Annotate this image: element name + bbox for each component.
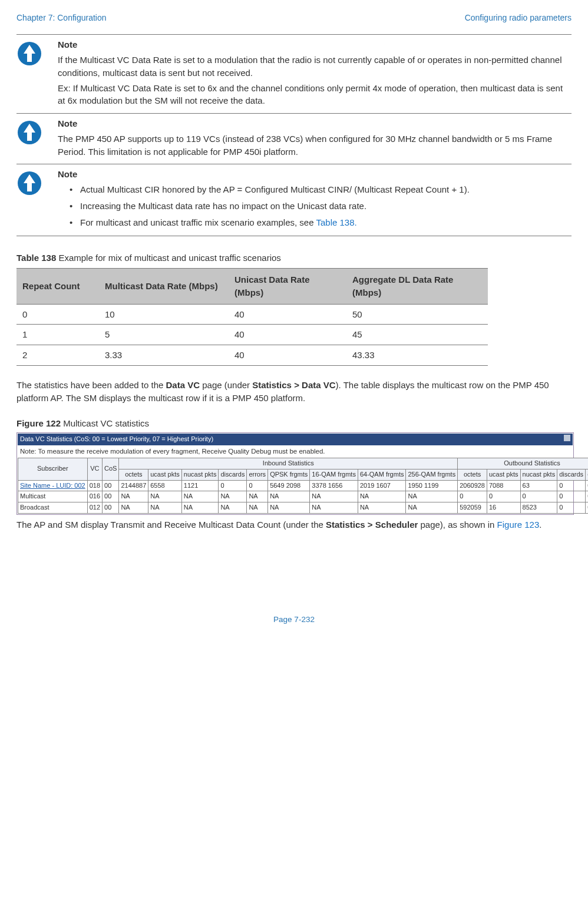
notes-block: Note If the Multicast VC Data Rate is se… — [16, 34, 572, 236]
cell: 43.33 — [346, 345, 488, 366]
note-icon-cell — [16, 168, 58, 232]
note-title: Note — [58, 39, 77, 49]
cell: NA — [406, 491, 458, 502]
th: 64-QAM frgmts — [358, 469, 406, 480]
cell: 3378 1656 — [310, 480, 358, 491]
note-text: If the Multicast VC Data Rate is set to … — [58, 54, 567, 80]
cell: 7088 — [487, 480, 520, 491]
bullet-item: Increasing the Multicast data rate has n… — [70, 200, 567, 213]
figure-122-caption: Figure 122 Multicast VC statistics — [16, 417, 572, 430]
cell: NA — [268, 502, 310, 514]
cell: 00 — [103, 502, 119, 514]
cell: 50 — [346, 304, 488, 325]
panel-title-bar: Data VC Statistics (CoS: 00 = Lowest Pri… — [18, 434, 573, 445]
text-bold: Statistics > Scheduler — [326, 520, 418, 530]
cell: 16 — [487, 502, 520, 514]
th: nucast pkts — [520, 469, 557, 480]
th: octets — [458, 469, 487, 480]
cell: NA — [219, 491, 247, 502]
cell: 5649 2098 — [268, 480, 310, 491]
th: 256-QAM frgmts — [406, 469, 458, 480]
text: The statistics have been added to the — [16, 380, 166, 390]
cell: 0 — [16, 304, 99, 325]
subscriber-cell: Broadcast — [18, 502, 88, 514]
cell: 0 — [219, 480, 247, 491]
table-138: Repeat Count Multicast Data Rate (Mbps) … — [16, 268, 488, 366]
cell: 1 — [16, 325, 99, 345]
subscriber-link[interactable]: Site Name - LUID: 002 — [20, 482, 85, 489]
cell: 10 — [99, 304, 229, 325]
table-header: Unicast Data Rate (Mbps) — [229, 269, 346, 305]
table-row: Broadcast01200NANANANANANANANANA59205916… — [18, 502, 589, 514]
cell: 00 — [103, 491, 119, 502]
text: page), as shown in — [418, 520, 497, 530]
panel-title: Data VC Statistics (CoS: 00 = Lowest Pri… — [20, 435, 213, 444]
cell: 2060928 — [458, 480, 487, 491]
cell: 40 — [229, 325, 346, 345]
cell: 3.33 — [99, 345, 229, 366]
cell: 6558 — [148, 480, 182, 491]
cell: NA — [181, 491, 219, 502]
cell: NA — [310, 502, 358, 514]
cell: NA — [148, 491, 182, 502]
info-icon — [16, 120, 42, 145]
cell: NA — [148, 502, 182, 514]
cell: 5 — [99, 325, 229, 345]
note-icon-cell — [16, 117, 58, 160]
collapse-icon[interactable] — [564, 435, 570, 441]
paragraph-scheduler: The AP and SM display Transmit and Recei… — [16, 518, 572, 531]
cell: 00 — [103, 480, 119, 491]
caption-bold: Table 138 — [16, 253, 56, 263]
table-row: Multicast01600NANANANANANANANANA00000NAN… — [18, 491, 589, 502]
note-row: Note If the Multicast VC Data Rate is se… — [16, 35, 572, 114]
bullet-item: Actual Multicast CIR honored by the AP =… — [70, 183, 567, 196]
cell: 2144887 — [119, 480, 148, 491]
table-row: 2 3.33 40 43.33 — [16, 345, 488, 366]
table-row: Site Name - LUID: 0020180021448876558112… — [18, 480, 589, 491]
cell: 45 — [346, 325, 488, 345]
text: The AP and SM display Transmit and Recei… — [16, 520, 326, 530]
cell: 0 — [557, 502, 586, 514]
text-bold: Statistics > Data VC — [252, 380, 335, 390]
data-vc-statistics-panel: Data VC Statistics (CoS: 00 = Lowest Pri… — [16, 432, 574, 515]
cell: NA — [268, 491, 310, 502]
cell: 40 — [229, 345, 346, 366]
cell: 1121 — [181, 480, 219, 491]
cell: NA — [247, 502, 268, 514]
cell: 0 — [557, 480, 586, 491]
cell: 0 — [487, 491, 520, 502]
table-header: Multicast Data Rate (Mbps) — [99, 269, 229, 305]
cell: 63 — [520, 480, 557, 491]
cell: 0 — [247, 480, 268, 491]
subscriber-cell: Site Name - LUID: 002 — [18, 480, 88, 491]
cell: NA — [358, 502, 406, 514]
cell: 0 — [520, 491, 557, 502]
caption-rest: Example for mix of multicast and unicast… — [56, 253, 281, 263]
info-icon — [16, 170, 42, 196]
th: errors — [247, 469, 268, 480]
th: 16-QAM frgmts — [310, 469, 358, 480]
th: nucast pkts — [181, 469, 219, 480]
cell: 0 — [586, 502, 588, 514]
note-title: Note — [58, 118, 77, 128]
cell: 40 — [229, 304, 346, 325]
cell: 018 — [87, 480, 102, 491]
page-header: Chapter 7: Configuration Configuring rad… — [16, 12, 572, 24]
cell: NA — [406, 502, 458, 514]
info-icon — [16, 41, 42, 67]
cell: 592059 — [458, 502, 487, 514]
table-138-caption: Table 138 Example for mix of multicast a… — [16, 252, 572, 264]
header-left: Chapter 7: Configuration — [16, 12, 107, 24]
text: . — [539, 520, 541, 530]
header-right: Configuring radio parameters — [465, 12, 572, 24]
th: ucast pkts — [148, 469, 182, 480]
cell: 2019 1607 — [358, 480, 406, 491]
panel-subnote: Note: To measure the receive modulation … — [18, 445, 573, 458]
table-138-link[interactable]: Table 138. — [316, 217, 356, 227]
th: octets — [119, 469, 148, 480]
table-header: Repeat Count — [16, 269, 99, 305]
figure-123-link[interactable]: Figure 123 — [497, 520, 540, 530]
th: Subscriber — [18, 458, 88, 480]
th: discards — [557, 469, 586, 480]
subscriber-cell: Multicast — [18, 491, 88, 502]
